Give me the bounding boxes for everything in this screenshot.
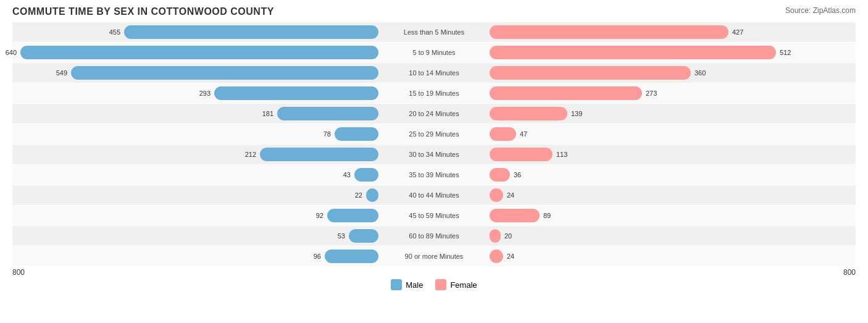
row-label: 60 to 89 Minutes	[378, 232, 490, 240]
female-section: 89	[490, 206, 856, 225]
female-value: 139	[571, 110, 582, 117]
male-value: 293	[199, 90, 211, 97]
legend: Male Female	[12, 279, 856, 290]
chart-row: 5360 to 89 Minutes20	[12, 226, 856, 246]
female-section: 360	[490, 63, 856, 83]
male-section: 92	[12, 206, 378, 225]
row-label: 25 to 29 Minutes	[378, 130, 490, 138]
male-section: 181	[12, 104, 378, 124]
chart-row: 9245 to 59 Minutes89	[12, 206, 856, 225]
male-value: 78	[323, 130, 331, 138]
female-value: 36	[514, 171, 521, 178]
male-bar	[214, 86, 378, 100]
female-value: 427	[732, 28, 743, 36]
legend-male: Male	[391, 279, 423, 290]
female-bar	[490, 66, 691, 80]
source-label: Source: ZipAtlas.com	[785, 6, 856, 15]
chart-row: 29315 to 19 Minutes273	[12, 83, 856, 103]
legend-male-label: Male	[406, 280, 423, 290]
male-bar	[20, 46, 378, 59]
male-section: 43	[12, 165, 378, 185]
row-label: 10 to 14 Minutes	[378, 69, 490, 77]
axis-right: 800	[843, 268, 856, 277]
male-bar	[354, 168, 378, 182]
female-bar	[490, 168, 510, 182]
male-value: 53	[338, 232, 345, 240]
chart-row: 7825 to 29 Minutes47	[12, 124, 856, 144]
female-value: 273	[646, 90, 657, 97]
female-section: 139	[490, 104, 856, 124]
male-bar	[335, 127, 378, 141]
male-bar	[71, 66, 378, 80]
female-section: 512	[490, 43, 856, 62]
female-value: 47	[520, 130, 527, 138]
female-section: 273	[490, 83, 856, 103]
male-value: 549	[56, 69, 67, 77]
chart-area: 455Less than 5 Minutes4276405 to 9 Minut…	[12, 22, 856, 267]
chart-row: 2240 to 44 Minutes24	[12, 185, 856, 205]
male-section: 22	[12, 185, 378, 205]
male-bar	[277, 107, 378, 120]
chart-row: 6405 to 9 Minutes512	[12, 43, 856, 62]
female-value: 360	[695, 69, 706, 77]
female-bar	[490, 25, 728, 39]
male-bar	[325, 250, 378, 263]
female-section: 24	[490, 185, 856, 205]
male-bar	[327, 209, 378, 222]
female-bar	[490, 127, 516, 141]
female-section: 24	[490, 246, 856, 266]
female-bar	[490, 148, 553, 161]
chart-container: COMMUTE TIME BY SEX IN COTTONWOOD COUNTY…	[0, 0, 868, 323]
male-section: 78	[12, 124, 378, 144]
male-bar	[366, 188, 378, 202]
female-value: 24	[507, 191, 514, 199]
female-section: 20	[490, 226, 856, 246]
axis-labels: 800 800	[12, 268, 856, 277]
chart-row: 21230 to 34 Minutes113	[12, 145, 856, 164]
row-label: 20 to 24 Minutes	[378, 110, 490, 117]
male-section: 53	[12, 226, 378, 246]
male-value: 455	[109, 28, 120, 36]
male-value: 181	[262, 110, 273, 117]
male-bar	[349, 229, 378, 243]
female-value: 113	[556, 151, 567, 158]
male-value: 212	[245, 151, 256, 158]
chart-row: 18120 to 24 Minutes139	[12, 104, 856, 124]
male-section: 293	[12, 83, 378, 103]
female-section: 47	[490, 124, 856, 144]
row-label: 35 to 39 Minutes	[378, 171, 490, 178]
chart-row: 4335 to 39 Minutes36	[12, 165, 856, 185]
row-label: 30 to 34 Minutes	[378, 151, 490, 158]
female-value: 20	[504, 232, 512, 240]
female-section: 427	[490, 22, 856, 42]
male-value: 640	[6, 49, 17, 56]
chart-row: 455Less than 5 Minutes427	[12, 22, 856, 42]
male-bar	[124, 25, 378, 39]
axis-left: 800	[12, 268, 25, 277]
male-section: 549	[12, 63, 378, 83]
female-bar	[490, 46, 776, 59]
female-bar	[490, 250, 503, 263]
row-label: 45 to 59 Minutes	[378, 212, 490, 219]
female-bar	[490, 229, 501, 243]
male-section: 455	[12, 22, 378, 42]
female-value: 512	[780, 49, 791, 56]
female-bar	[490, 86, 642, 100]
male-value: 43	[343, 171, 351, 178]
female-section: 113	[490, 145, 856, 164]
row-label: 90 or more Minutes	[378, 253, 490, 260]
row-label: Less than 5 Minutes	[378, 28, 490, 36]
legend-female-box	[435, 279, 446, 290]
legend-female-label: Female	[450, 280, 477, 290]
chart-row: 54910 to 14 Minutes360	[12, 63, 856, 83]
male-value: 96	[314, 253, 321, 260]
row-label: 5 to 9 Minutes	[378, 49, 490, 56]
male-section: 212	[12, 145, 378, 164]
male-value: 22	[355, 191, 362, 199]
legend-female: Female	[435, 279, 477, 290]
chart-title: COMMUTE TIME BY SEX IN COTTONWOOD COUNTY	[12, 6, 856, 17]
legend-male-box	[391, 279, 402, 290]
chart-row: 9690 or more Minutes24	[12, 246, 856, 266]
male-section: 96	[12, 246, 378, 266]
male-section: 640	[12, 43, 378, 62]
